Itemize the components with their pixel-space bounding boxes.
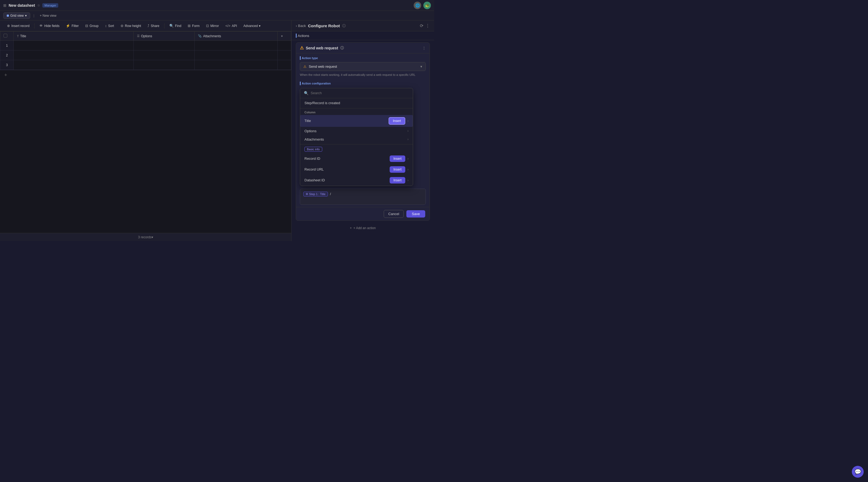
globe-icon[interactable]: 🌐: [414, 2, 421, 9]
advanced-label: Advanced: [244, 24, 258, 28]
filter-button[interactable]: ⚡ Filter: [63, 22, 82, 29]
save-button[interactable]: Save: [406, 210, 425, 218]
record-id-chevron[interactable]: ›: [407, 157, 408, 161]
editor-area[interactable]: ⊞ Step 1 : Title /: [300, 189, 426, 205]
group-button[interactable]: ⊟ Group: [83, 22, 101, 29]
toolbar-divider-2: [164, 23, 164, 29]
options-column-header: ☰ Options: [133, 32, 194, 41]
extra-cell-3: [278, 60, 291, 70]
options-chevron[interactable]: ›: [407, 129, 408, 133]
action-card: ⚠ Send web request ⓘ ⋮ Action type: [296, 42, 430, 221]
tag-icon: ⊞: [306, 192, 308, 195]
api-button[interactable]: </> API: [223, 22, 240, 29]
section-bar: [300, 56, 301, 60]
insert-record-button[interactable]: ⊕ Insert record: [4, 22, 32, 29]
top-header: ⊞ New datasheet ☆ Manager 🌐 🐢: [0, 0, 434, 11]
form-button[interactable]: ⊞ Form: [185, 22, 202, 29]
select-all-checkbox[interactable]: [3, 34, 7, 37]
column-group-label: Column: [300, 109, 413, 115]
panel-header: ‹ Back Configure Robot ⓘ ⟳ ⋮: [291, 21, 434, 31]
record-count[interactable]: 3 records▾: [138, 235, 153, 239]
row-height-button[interactable]: ⊜ Row height: [118, 22, 144, 29]
editor-slash: /: [330, 192, 331, 196]
insert-dropdown: 🔍 Step/Record is created Column: [300, 88, 413, 186]
mirror-button[interactable]: ⊡ Mirror: [203, 22, 221, 29]
title-cell-2[interactable]: [14, 51, 134, 60]
title-column-header: T Title: [14, 32, 134, 41]
grid-view-label: Grid view: [10, 14, 24, 18]
attachments-cell-1[interactable]: [195, 41, 278, 51]
more-options-icon[interactable]: ⋮: [426, 23, 430, 28]
hide-fields-label: Hide fields: [44, 24, 59, 28]
record-url-actions: Insert ›: [390, 166, 408, 173]
row-height-icon: ⊜: [121, 24, 124, 28]
options-cell-2[interactable]: [133, 51, 194, 60]
attachments-insert-row: Attachments ›: [300, 135, 413, 144]
user-avatar[interactable]: 🐢: [423, 2, 431, 9]
title-item-label: Title: [304, 119, 311, 123]
find-button[interactable]: 🔍 Find: [167, 22, 184, 29]
sort-button[interactable]: ↕ Sort: [102, 22, 117, 29]
title-insert-button[interactable]: Insert: [389, 117, 405, 125]
mirror-icon: ⊡: [206, 24, 209, 28]
datasheet-id-actions: Insert ›: [390, 177, 408, 183]
record-url-chevron[interactable]: ›: [407, 168, 408, 171]
eye-icon: 👁: [39, 24, 43, 28]
action-more-icon[interactable]: ⋮: [422, 46, 426, 50]
datasheet-id-insert-button[interactable]: Insert: [390, 177, 405, 183]
extra-cell-2: [278, 51, 291, 60]
add-action-row[interactable]: + + Add an action: [291, 223, 434, 233]
attachments-cell-2[interactable]: [195, 51, 278, 60]
attachments-col-label: Attachments: [203, 34, 221, 38]
star-icon[interactable]: ☆: [37, 3, 40, 7]
title-cell-3[interactable]: [14, 60, 134, 70]
attachments-item-label: Attachments: [304, 137, 324, 141]
title-insert-row: Title Insert ›: [300, 115, 413, 127]
datasheet-id-chevron[interactable]: ›: [407, 178, 408, 182]
manager-badge: Manager: [42, 3, 58, 7]
grid-table: T Title ☰ Options: [0, 31, 291, 70]
dropdown-chevron: ▾: [421, 64, 422, 68]
header-left: ⊞ New datasheet ☆ Manager: [3, 3, 58, 7]
app-title: New datasheet: [9, 3, 35, 7]
grid-view-chevron: ▾: [25, 14, 27, 18]
advanced-button[interactable]: Advanced ▾: [241, 23, 263, 29]
panel-title: Configure Robot: [308, 24, 340, 28]
options-cell-3[interactable]: [133, 60, 194, 70]
search-input[interactable]: [311, 91, 409, 95]
attachments-column-header: 📎 Attachments: [195, 32, 278, 41]
record-id-insert-button[interactable]: Insert: [390, 155, 405, 162]
record-id-label: Record ID: [304, 157, 320, 161]
info-icon[interactable]: ⓘ: [342, 24, 346, 28]
insert-record-label: Insert record: [11, 24, 29, 28]
options-item-actions: ›: [407, 129, 408, 133]
right-panel: ‹ Back Configure Robot ⓘ ⟳ ⋮ Actions: [291, 21, 434, 241]
form-icon: ⊞: [188, 24, 191, 28]
datasheet-id-row: Datasheet ID Insert ›: [300, 175, 413, 186]
status-bar: 3 records▾: [0, 233, 291, 241]
dropdown-container: 🔍 Step/Record is created Column: [300, 88, 426, 186]
action-desc: When the robot starts working, it will a…: [300, 71, 426, 78]
step-record-item[interactable]: Step/Record is created: [300, 98, 413, 108]
share-button[interactable]: ⤴ Share: [145, 22, 162, 29]
share-label: Share: [151, 24, 159, 28]
add-column-button[interactable]: +: [278, 32, 291, 41]
history-icon[interactable]: ⟳: [420, 23, 423, 28]
grid-view-dot: [7, 15, 9, 17]
cancel-button[interactable]: Cancel: [384, 210, 404, 218]
config-section-bar: [300, 82, 301, 85]
title-chevron[interactable]: ›: [407, 119, 408, 123]
options-cell-1[interactable]: [133, 41, 194, 51]
attachments-chevron[interactable]: ›: [407, 137, 408, 141]
record-url-insert-button[interactable]: Insert: [390, 166, 405, 173]
new-view-button[interactable]: + New view: [37, 13, 59, 19]
action-type-text: Action type: [302, 56, 318, 60]
attachments-cell-3[interactable]: [195, 60, 278, 70]
add-row-button[interactable]: +: [0, 70, 291, 80]
title-cell-1[interactable]: [14, 41, 134, 51]
back-button[interactable]: ‹ Back: [296, 24, 306, 28]
hide-fields-button[interactable]: 👁 Hide fields: [37, 22, 62, 29]
record-id-actions: Insert ›: [390, 155, 408, 162]
action-type-dropdown[interactable]: ⚠ Send web request ▾: [300, 62, 426, 71]
grid-view-button[interactable]: Grid view ▾: [3, 12, 30, 19]
